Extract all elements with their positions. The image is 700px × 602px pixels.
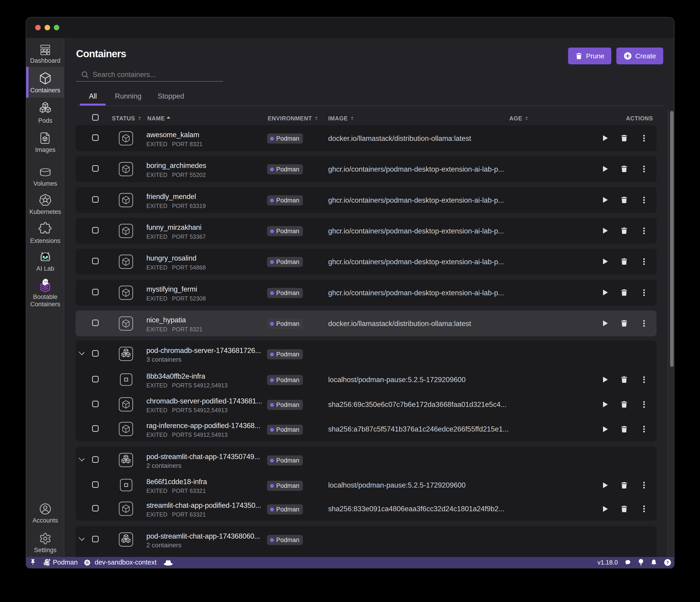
svg-text:?: ? [666, 560, 669, 565]
